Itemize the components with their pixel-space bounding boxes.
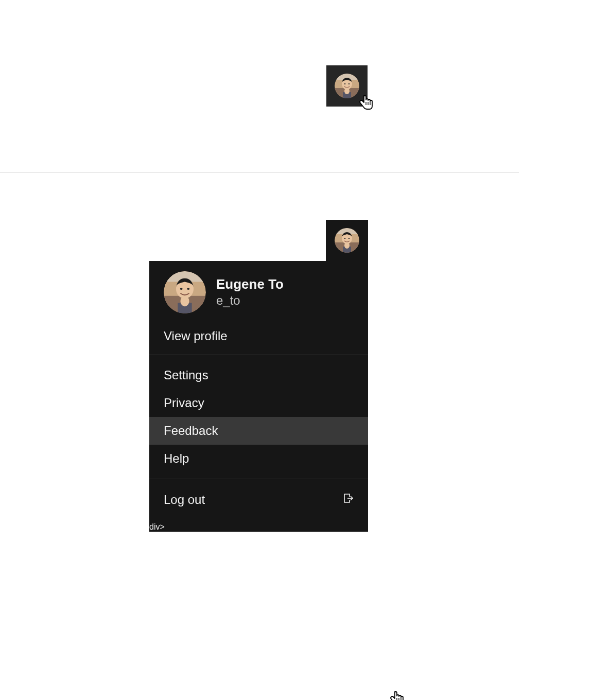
avatar-menu-button-expanded[interactable] <box>326 220 368 261</box>
avatar-large <box>164 271 206 313</box>
svg-point-18 <box>344 242 350 249</box>
menu-item-label: View profile <box>164 329 228 343</box>
svg-point-29 <box>187 288 189 289</box>
svg-point-27 <box>180 296 189 307</box>
menu-item-help[interactable]: Help <box>149 445 368 472</box>
avatar <box>335 228 359 253</box>
menu-item-privacy[interactable]: Privacy <box>149 389 368 417</box>
svg-point-28 <box>180 288 183 289</box>
svg-point-19 <box>344 238 346 239</box>
divider <box>149 355 368 355</box>
pointer-cursor-icon <box>390 691 405 700</box>
menu-item-logout[interactable]: Log out <box>149 479 368 522</box>
svg-point-8 <box>348 83 350 84</box>
menu-item-label: Feedback <box>164 424 218 438</box>
user-menu-dropdown: Eugene To e_to View profile Settings Pri… <box>149 261 368 532</box>
pointer-cursor-icon <box>359 95 374 114</box>
menu-item-settings[interactable]: Settings <box>149 361 368 389</box>
section-divider <box>0 172 519 173</box>
menu-item-label: Settings <box>164 368 208 382</box>
menu-item-feedback[interactable]: Feedback <box>149 417 368 445</box>
user-handle: e_to <box>216 292 284 308</box>
user-info: Eugene To e_to <box>216 276 284 308</box>
menu-item-label: Help <box>164 451 189 466</box>
menu-item-label: Log out <box>164 493 205 507</box>
menu-item-view-profile[interactable]: View profile <box>149 320 368 355</box>
logout-icon <box>342 493 354 507</box>
svg-point-7 <box>344 83 346 84</box>
user-name: Eugene To <box>216 276 284 292</box>
menu-header: Eugene To e_to <box>149 261 368 320</box>
svg-point-6 <box>344 88 350 94</box>
avatar <box>335 74 359 98</box>
svg-point-20 <box>348 238 350 239</box>
menu-item-label: Privacy <box>164 396 204 410</box>
